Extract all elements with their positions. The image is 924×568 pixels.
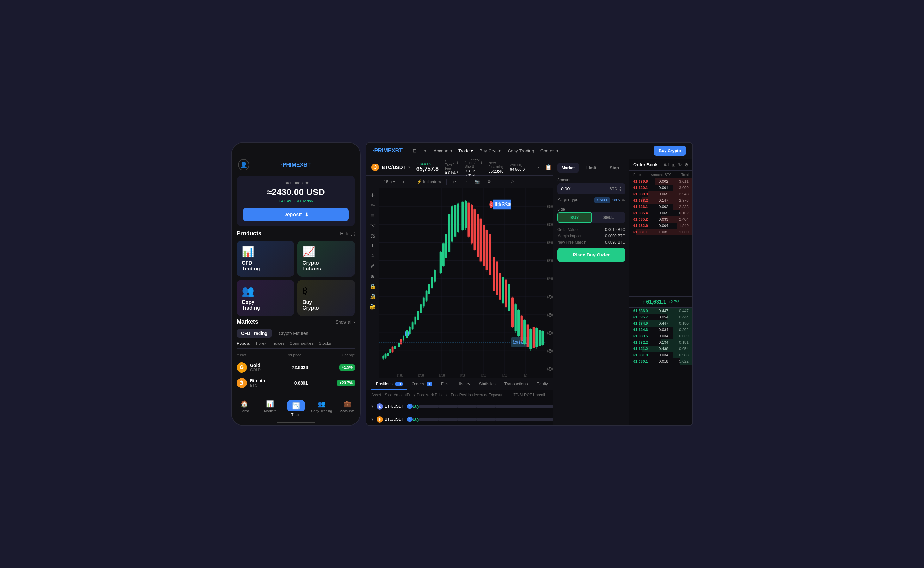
- ruler-tool[interactable]: ✐: [368, 261, 377, 270]
- ob-grid-icon[interactable]: ⊞: [672, 162, 676, 167]
- nav-copy-trading[interactable]: Copy Trading: [508, 148, 534, 153]
- nav-home[interactable]: 🏠 Home: [231, 399, 257, 418]
- product-buy-crypto[interactable]: ₿ BuyCrypto: [298, 280, 355, 316]
- grid-icon[interactable]: ⊞: [413, 148, 417, 154]
- arrow-up-icon[interactable]: ▲: [619, 186, 622, 189]
- nav-accounts[interactable]: 💼 Accounts: [334, 399, 360, 418]
- tab-limit[interactable]: Limit: [580, 163, 602, 173]
- ob-settings-icon[interactable]: ⚙: [685, 162, 688, 167]
- settings-tool[interactable]: ⚙: [485, 178, 493, 185]
- market-row-bitcoin[interactable]: ₿ Bitcoin BTC 0.6801 +23.7%: [237, 375, 355, 391]
- nav-copy-trading[interactable]: 👥 Copy-Trading: [309, 399, 334, 418]
- timeframe-selector[interactable]: 15m ▾: [382, 178, 397, 185]
- tab-transactions[interactable]: Transactions: [500, 378, 532, 390]
- product-copy-trading[interactable]: 👥 CopyTrading: [237, 280, 294, 316]
- tab-equity[interactable]: Equity: [532, 378, 552, 390]
- ob-ask-row[interactable]: 61,638.2 0.147 2.876: [629, 197, 693, 204]
- hide-button[interactable]: Hide ⛶: [340, 231, 355, 236]
- nav-contests[interactable]: Contests: [540, 148, 558, 153]
- nav-markets[interactable]: 📊 Markets: [257, 399, 283, 418]
- ob-ask-row[interactable]: 61,635.4 0.065 0.102: [629, 210, 693, 216]
- ob-ask-row[interactable]: 61,639.1 0.001 3.009: [629, 185, 693, 191]
- subtab-commodities[interactable]: Commodities: [290, 341, 314, 348]
- ob-ask-row[interactable]: 61,631.1 1.032 1.030: [629, 229, 693, 235]
- expand-icon[interactable]: ▾: [372, 417, 374, 421]
- ob-bid-row[interactable]: 61,632.2 0.134 0.191: [629, 339, 693, 346]
- tab-positions[interactable]: Positions 10: [372, 378, 407, 390]
- chart-mode-icon[interactable]: 📋: [545, 164, 552, 170]
- undo-tool[interactable]: ↩: [451, 178, 458, 185]
- draw-tool[interactable]: ✏: [368, 201, 377, 210]
- arrow-down-icon[interactable]: ▼: [619, 189, 622, 192]
- subtab-popular[interactable]: Popular: [237, 341, 251, 348]
- subtab-forex[interactable]: Forex: [256, 341, 266, 348]
- ob-bid-row[interactable]: 61,636.0 0.447 0.447: [629, 308, 693, 314]
- measure-tool[interactable]: ⚖: [368, 231, 377, 240]
- tab-orders[interactable]: Orders 1: [407, 378, 437, 390]
- ob-ask-row[interactable]: 61,636.1 0.002 2.333: [629, 204, 693, 210]
- emoji-tool[interactable]: ☺: [368, 251, 377, 260]
- ob-bid-row[interactable]: 61,631.8 0.034 0.983: [629, 352, 693, 358]
- subtab-stocks[interactable]: Stocks: [319, 341, 331, 348]
- show-all-link[interactable]: Show all ›: [336, 319, 355, 325]
- buy-crypto-button[interactable]: Buy Crypto: [654, 146, 686, 156]
- product-cfd-trading[interactable]: 📊 CFDTrading: [237, 241, 294, 277]
- nav-trade[interactable]: 📉 Trade: [283, 399, 309, 418]
- nav-trade[interactable]: Trade ▾: [458, 148, 473, 153]
- market-row-gold[interactable]: G Gold GOLD 72.8028 +1.5%: [237, 360, 355, 375]
- amount-input[interactable]: 0.001 BTC ▲ ▼: [557, 183, 625, 194]
- ob-bid-row[interactable]: 61,634.9 0.447 0.190: [629, 320, 693, 327]
- tab-statistics[interactable]: Statistics: [475, 378, 500, 390]
- buy-tab[interactable]: BUY: [557, 212, 592, 223]
- chart-type-tool[interactable]: ⫿: [401, 178, 407, 185]
- lines-tool[interactable]: ≡: [368, 211, 377, 220]
- indicators-tool[interactable]: ⚡ Indicators: [415, 178, 443, 185]
- ob-ask-row[interactable]: 61,632.6 0.004 1.549: [629, 223, 693, 229]
- expand-icon[interactable]: ›: [537, 165, 539, 170]
- edit-leverage-icon[interactable]: ✏: [622, 198, 625, 202]
- pos-side: Buy: [413, 417, 419, 421]
- sell-tab[interactable]: SELL: [592, 212, 626, 223]
- deposit-button[interactable]: Deposit ⬇: [243, 208, 349, 221]
- tab-market[interactable]: Market: [557, 163, 579, 173]
- nav-accounts[interactable]: Accounts: [434, 148, 452, 153]
- ob-ask-row[interactable]: 61,639.6 0.002 3.011: [629, 178, 693, 185]
- ob-bid-row[interactable]: 61,633.5 0.034 0.039: [629, 333, 693, 339]
- ob-bid-row[interactable]: 61,634.6 0.034 0.302: [629, 327, 693, 333]
- text-tool[interactable]: ⋯: [497, 178, 505, 185]
- ob-bid-row[interactable]: 61,631.2 0.438 0.054: [629, 346, 693, 352]
- tab-crypto-futures[interactable]: Crypto Futures: [274, 329, 313, 338]
- add-tool[interactable]: ＋: [370, 178, 378, 186]
- tab-stop[interactable]: Stop: [603, 163, 625, 173]
- ob-refresh-icon[interactable]: ↻: [678, 162, 682, 167]
- place-order-button[interactable]: Place Buy Order: [557, 248, 625, 262]
- fullscreen-tool[interactable]: ⊙: [508, 178, 516, 185]
- pair-selector[interactable]: ₿ BTC/USDT ▾: [372, 163, 410, 171]
- user-avatar[interactable]: 👤: [238, 159, 250, 171]
- tab-fills[interactable]: Fills: [437, 378, 453, 390]
- redo-tool[interactable]: ↪: [462, 178, 469, 185]
- nav-buy-crypto-link[interactable]: Buy Crypto: [479, 148, 501, 153]
- screenshot-tool[interactable]: 📷: [473, 178, 482, 185]
- subtab-indices[interactable]: Indices: [272, 341, 284, 348]
- product-crypto-futures[interactable]: 📈 CryptoFutures: [298, 241, 355, 277]
- ob-bid-row[interactable]: 61,635.7 0.054 0.444: [629, 314, 693, 320]
- pos-row-eth[interactable]: ▾ Ξ ETH/USDT 4 Buy: [366, 400, 553, 413]
- ob-ask-row[interactable]: 61,638.8 0.065 2.943: [629, 191, 693, 197]
- lock-tool[interactable]: 🔏: [368, 292, 377, 301]
- lock2-tool[interactable]: 🔐: [368, 302, 377, 311]
- text-chart-tool[interactable]: T: [368, 241, 377, 250]
- expand-icon[interactable]: ▾: [372, 404, 374, 409]
- eye-icon[interactable]: 👁: [305, 181, 309, 185]
- tab-history[interactable]: History: [453, 378, 474, 390]
- magnet-tool[interactable]: 🔒: [368, 282, 377, 291]
- ob-bid-row[interactable]: 61,630.1 0.018 5.022: [629, 358, 693, 365]
- pos-row-btc[interactable]: ▾ ₿ BTC/USDT 4 Buy: [366, 413, 553, 425]
- zoom-tool[interactable]: ⊕: [368, 272, 377, 281]
- crosshair-tool[interactable]: ✛: [368, 191, 377, 199]
- ob-ask-row[interactable]: 61,635.2 0.033 2.404: [629, 216, 693, 223]
- amount-arrows[interactable]: ▲ ▼: [619, 186, 622, 192]
- chevron-down-icon[interactable]: ▾: [424, 149, 426, 153]
- pattern-tool[interactable]: ⌥: [368, 221, 377, 230]
- tab-cfd-trading[interactable]: CFD Trading: [237, 329, 272, 338]
